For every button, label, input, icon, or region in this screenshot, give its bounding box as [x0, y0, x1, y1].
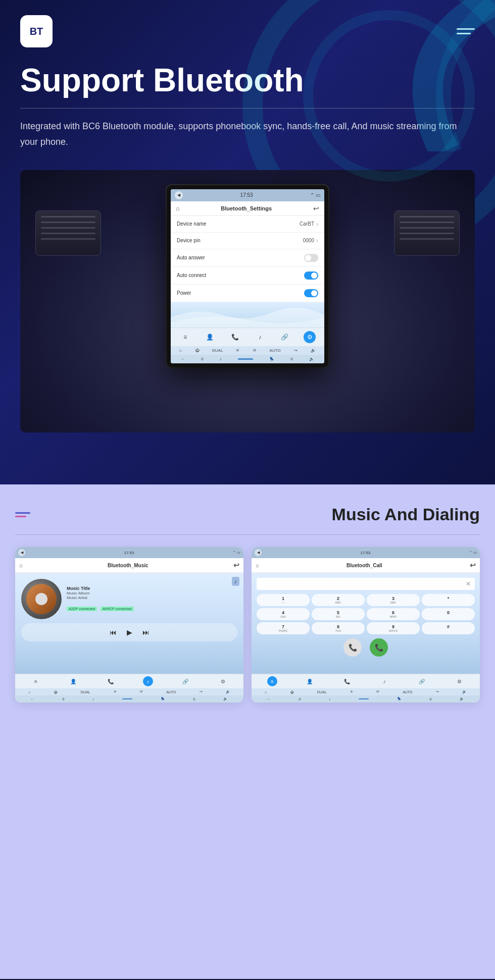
- c-fan[interactable]: ✳: [350, 690, 353, 694]
- c-vol[interactable]: 🔊: [462, 690, 467, 694]
- m2-tune[interactable]: ♪: [92, 697, 94, 701]
- music-nav-link[interactable]: 🔗: [180, 676, 190, 686]
- c-recirc[interactable]: ↪: [436, 690, 439, 694]
- climate-auto[interactable]: AUTO: [270, 348, 281, 353]
- play-btn[interactable]: ▶: [127, 628, 132, 636]
- call-nav-link[interactable]: 🔗: [417, 676, 427, 686]
- num-3[interactable]: 3DEF: [367, 594, 420, 606]
- m-power[interactable]: ⏻: [54, 690, 58, 694]
- settings-row-device-name[interactable]: Device name CarBT ›: [171, 216, 324, 233]
- music-info: Music Title Music Album Music Artist A2D…: [67, 586, 237, 612]
- num-hash[interactable]: #: [422, 622, 475, 634]
- m2-slider[interactable]: [122, 698, 132, 699]
- num-2[interactable]: 2ABC: [312, 594, 365, 606]
- nav-icon-link[interactable]: 🔗: [279, 331, 291, 343]
- bar2-tune[interactable]: ♪: [220, 357, 222, 361]
- call-nav-contacts[interactable]: 👤: [305, 676, 315, 686]
- m-auto[interactable]: AUTO: [166, 690, 176, 694]
- music-nav-settings[interactable]: ⚙: [218, 676, 228, 686]
- settings-row-auto-connect[interactable]: Auto connect: [171, 267, 324, 285]
- music-back-arrow[interactable]: ↩: [233, 561, 239, 569]
- prev-btn[interactable]: ⏮: [110, 628, 117, 636]
- call-home-icon[interactable]: ⌂: [256, 562, 259, 568]
- m2-back[interactable]: ←: [31, 697, 34, 701]
- answer-call-btn[interactable]: 📞: [370, 638, 388, 657]
- hamburger-icon[interactable]: [457, 28, 475, 34]
- nav-icon-music[interactable]: ♪: [254, 331, 266, 343]
- c-power[interactable]: ⏻: [290, 690, 294, 694]
- c2-back[interactable]: ←: [267, 697, 271, 701]
- m-fan[interactable]: ✳: [114, 690, 117, 694]
- settings-row-power[interactable]: Power: [171, 285, 324, 302]
- c2-slider[interactable]: [359, 698, 369, 699]
- call-status-icons: ⌃ ▭: [469, 551, 477, 555]
- climate-home[interactable]: ⌂: [179, 348, 182, 353]
- num-9[interactable]: 9WXYZ: [367, 622, 420, 634]
- call-back-btn[interactable]: ◀: [255, 549, 262, 556]
- end-call-btn[interactable]: 📞: [343, 638, 362, 657]
- climate-fan[interactable]: ✳: [236, 348, 239, 353]
- power-toggle[interactable]: [304, 289, 318, 297]
- climate-power[interactable]: ⏻: [195, 348, 199, 353]
- nav-icon-settings[interactable]: ⚙: [304, 331, 316, 343]
- climate-recirculate[interactable]: ↪: [294, 348, 298, 353]
- call-nav-phone[interactable]: 📞: [342, 676, 352, 686]
- music-nav-music[interactable]: ♪: [143, 676, 153, 686]
- bottom-section: Music And Dialing ◀ 17:53 ⌃ ▭ ⌂ Bluetoot…: [0, 484, 495, 979]
- music-nav-apps[interactable]: ≡: [31, 676, 41, 686]
- num-7[interactable]: 7PQRS: [257, 622, 310, 634]
- num-5[interactable]: 5JKL: [312, 608, 365, 620]
- music-content: ♪ Music Title Music Album Music Artist A…: [15, 573, 243, 674]
- music-home-icon[interactable]: ⌂: [19, 562, 23, 568]
- bar2-back[interactable]: ←: [181, 357, 185, 361]
- num-0[interactable]: 0·: [422, 608, 475, 620]
- climate-ac[interactable]: ⟳: [253, 348, 257, 353]
- c2-vol[interactable]: 🔈: [460, 697, 464, 701]
- call-back-arrow[interactable]: ↩: [470, 561, 476, 569]
- settings-row-auto-answer[interactable]: Auto answer: [171, 249, 324, 267]
- climate-dual[interactable]: DUAL: [212, 348, 223, 353]
- music-artist: Music Artist: [67, 595, 237, 600]
- climate-vol-up[interactable]: 🔊: [311, 348, 316, 353]
- avrcp-badge: AVRCP connected: [101, 607, 134, 611]
- call-nav-apps[interactable]: ≡: [267, 676, 277, 686]
- call-clear-btn[interactable]: ✕: [466, 580, 471, 587]
- c2-seat[interactable]: 💺: [397, 697, 402, 701]
- m-home[interactable]: ⌂: [28, 690, 30, 694]
- num-4[interactable]: 4GHI: [257, 608, 310, 620]
- bar2-seat[interactable]: 💺: [269, 357, 274, 361]
- bar2-slider[interactable]: [238, 358, 253, 360]
- c-dual[interactable]: DUAL: [317, 690, 327, 694]
- music-back-btn[interactable]: ◀: [18, 549, 25, 556]
- next-btn[interactable]: ⏭: [142, 628, 150, 636]
- call-nav-music[interactable]: ♪: [379, 676, 389, 686]
- m-vol[interactable]: 🔊: [226, 690, 230, 694]
- auto-connect-toggle[interactable]: [304, 271, 318, 280]
- screen-back-button[interactable]: ◀: [175, 191, 183, 199]
- m-recirc[interactable]: ↪: [200, 690, 203, 694]
- c2-tune[interactable]: ♪: [329, 697, 331, 701]
- music-nav-contacts[interactable]: 👤: [68, 676, 78, 686]
- bottom-menu-icon[interactable]: [15, 512, 30, 517]
- screen-home-icon[interactable]: ⌂: [176, 205, 179, 212]
- bar2-vol-down[interactable]: 🔈: [309, 357, 314, 361]
- c-ac[interactable]: ⟳: [376, 690, 379, 694]
- m2-seat[interactable]: 💺: [161, 697, 165, 701]
- call-nav-settings[interactable]: ⚙: [454, 676, 464, 686]
- m2-vol[interactable]: 🔈: [223, 697, 228, 701]
- music-nav-phone[interactable]: 📞: [106, 676, 116, 686]
- nav-icon-apps[interactable]: ≡: [179, 331, 191, 343]
- nav-icon-contacts[interactable]: 👤: [204, 331, 216, 343]
- num-star[interactable]: *: [422, 594, 475, 606]
- num-8[interactable]: 8TUV: [312, 622, 365, 634]
- auto-answer-toggle[interactable]: [304, 254, 318, 262]
- c-auto[interactable]: AUTO: [403, 690, 412, 694]
- settings-row-device-pin[interactable]: Device pin 0000 ›: [171, 233, 324, 249]
- num-1[interactable]: 1—: [257, 594, 310, 606]
- c-home[interactable]: ⌂: [265, 690, 267, 694]
- m-dual[interactable]: DUAL: [81, 690, 90, 694]
- num-6[interactable]: 6MNO: [367, 608, 420, 620]
- m-ac[interactable]: ⟳: [140, 690, 143, 694]
- screen-back-icon[interactable]: ↩: [313, 204, 319, 212]
- nav-icon-phone[interactable]: 📞: [229, 331, 241, 343]
